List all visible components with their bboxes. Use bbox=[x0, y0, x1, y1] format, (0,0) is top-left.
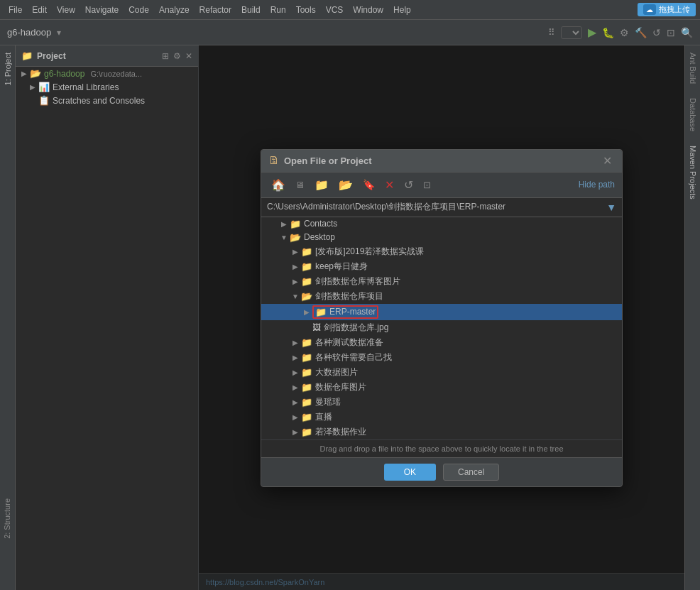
menu-vcs[interactable]: VCS bbox=[322, 4, 348, 16]
software-folder-icon: 📁 bbox=[301, 352, 312, 363]
manyao-arrow: ▶ bbox=[290, 398, 301, 406]
expand-all-button[interactable]: 📂 bbox=[336, 177, 356, 193]
menubar-right: ☁ 拖拽上传 bbox=[638, 3, 696, 16]
path-input[interactable] bbox=[267, 202, 606, 212]
tree-row-contacts[interactable]: ▶ 📁 Contacts bbox=[261, 217, 622, 231]
tree-row-bigdata-images[interactable]: ▶ 📁 大数据图片 bbox=[261, 365, 622, 380]
panel-header-icons: ⊞ ⚙ ✕ bbox=[162, 51, 192, 61]
tree-row-manyao[interactable]: ▶ 📁 曼瑶瑶 bbox=[261, 395, 622, 410]
sync-button[interactable]: ↺ bbox=[652, 27, 661, 38]
cloud-upload-label: 拖拽上传 bbox=[659, 4, 690, 15]
menu-run[interactable]: Run bbox=[266, 4, 290, 16]
tree-row-live[interactable]: ▶ 📁 直播 bbox=[261, 410, 622, 425]
contacts-label: Contacts bbox=[304, 219, 337, 229]
jianzhidw-blog-arrow: ▶ bbox=[290, 278, 301, 285]
manyao-folder-icon: 📁 bbox=[301, 397, 312, 408]
menu-tools[interactable]: Tools bbox=[292, 4, 320, 16]
hide-icon[interactable]: ✕ bbox=[185, 51, 192, 61]
show-hidden-button[interactable]: ⊡ bbox=[420, 178, 434, 192]
run-config-select[interactable] bbox=[561, 26, 582, 39]
ruoze-homework-folder-icon: 📁 bbox=[301, 427, 312, 437]
structure-tab-label[interactable]: 2: Structure bbox=[0, 493, 14, 545]
ruoze-course-label: [发布版]2019若泽数据实战课 bbox=[315, 246, 424, 258]
ruoze-course-folder-icon: 📁 bbox=[301, 246, 312, 257]
project-name: g6-hadoop bbox=[7, 27, 51, 38]
database-tab[interactable]: Database bbox=[689, 98, 697, 131]
library-icon: 📊 bbox=[38, 82, 50, 92]
path-dropdown-button[interactable]: ▼ bbox=[606, 202, 616, 213]
cancel-button[interactable]: Cancel bbox=[443, 464, 499, 481]
scratches-icon: 📋 bbox=[38, 95, 50, 106]
tree-row-ruoze-homework[interactable]: ▶ 📁 若泽数据作业 bbox=[261, 425, 622, 439]
tree-row-jianzhidw-jpg[interactable]: ▶ 🖼 剑指数据仓库.jpg bbox=[261, 320, 622, 335]
tree-row-keep[interactable]: ▶ 📁 keep每日健身 bbox=[261, 259, 622, 274]
dialog-tree: ▶ 📁 Contacts ▼ 📂 Desktop ▶ bbox=[261, 217, 622, 439]
tree-row-erp-master[interactable]: ▶ 📁 ERP-master bbox=[261, 304, 622, 320]
dialog-close-button[interactable]: ✕ bbox=[600, 154, 615, 168]
cloud-upload-button[interactable]: ☁ 拖拽上传 bbox=[638, 3, 696, 16]
live-label: 直播 bbox=[315, 411, 332, 423]
dw-images-label: 数据仓库图片 bbox=[315, 381, 366, 393]
terminal-button[interactable]: ⊡ bbox=[667, 27, 675, 38]
menu-code[interactable]: Code bbox=[124, 4, 153, 16]
tree-item-scratches[interactable]: ▶ 📋 Scratches and Consoles bbox=[16, 94, 198, 107]
run-button[interactable]: ▶ bbox=[588, 26, 596, 39]
menu-navigate[interactable]: Navigate bbox=[81, 4, 123, 16]
debug-button[interactable]: 🐛 bbox=[602, 27, 614, 38]
new-folder-button[interactable]: 📁 bbox=[312, 177, 332, 193]
menu-edit[interactable]: Edit bbox=[28, 4, 51, 16]
coverage-button[interactable]: ⚙ bbox=[620, 27, 629, 38]
ant-build-tab[interactable]: Ant Build bbox=[689, 53, 697, 84]
erp-master-label: ERP-master bbox=[329, 307, 376, 317]
erp-master-arrow: ▶ bbox=[301, 308, 312, 316]
delete-button[interactable]: ✕ bbox=[382, 177, 397, 193]
ruoze-homework-arrow: ▶ bbox=[290, 428, 301, 436]
hide-path-button[interactable]: Hide path bbox=[579, 180, 615, 190]
titlebar: g6-hadoop ▾ ⠿ ▶ 🐛 ⚙ 🔨 ↺ ⊡ 🔍 bbox=[0, 20, 700, 45]
open-file-dialog: 🖺 Open File or Project ✕ 🏠 🖥 📁 📂 🔖 ✕ ↺ ⊡… bbox=[261, 149, 623, 487]
menu-file[interactable]: File bbox=[4, 4, 26, 16]
dialog-title-text: Open File or Project bbox=[284, 155, 594, 166]
live-arrow: ▶ bbox=[290, 413, 301, 421]
search-button[interactable]: 🔍 bbox=[681, 27, 693, 38]
dialog-titlebar: 🖺 Open File or Project ✕ bbox=[261, 150, 622, 173]
menu-view[interactable]: View bbox=[53, 4, 80, 16]
jianzhidw-blog-folder-icon: 📁 bbox=[301, 276, 312, 287]
titlebar-icons: ⠿ ▶ 🐛 ⚙ 🔨 ↺ ⊡ 🔍 bbox=[548, 26, 693, 39]
project-panel: 📁 Project ⊞ ⚙ ✕ ▶ 📂 g6-hadoop G:\ruozeda… bbox=[16, 45, 199, 590]
project-tab-label[interactable]: 1: Project bbox=[4, 53, 12, 85]
tree-row-desktop[interactable]: ▼ 📂 Desktop bbox=[261, 231, 622, 244]
software-arrow: ▶ bbox=[290, 354, 301, 361]
tree-item-external-libs[interactable]: ▶ 📊 External Libraries bbox=[16, 80, 198, 94]
refresh-button[interactable]: ↺ bbox=[401, 177, 416, 193]
tree-row-jianzhidw-blog[interactable]: ▶ 📁 剑指数据仓库博客图片 bbox=[261, 274, 622, 289]
software-label: 各种软件需要自己找 bbox=[315, 351, 392, 364]
ok-button[interactable]: OK bbox=[384, 464, 436, 481]
tree-row-jianzhidw-project[interactable]: ▼ 📂 剑指数据仓库项目 bbox=[261, 289, 622, 304]
dropdown-arrow-icon[interactable]: ▾ bbox=[57, 28, 61, 38]
tree-row-dw-images[interactable]: ▶ 📁 数据仓库图片 bbox=[261, 380, 622, 395]
test-data-label: 各种测试数据准备 bbox=[315, 337, 383, 349]
home-button[interactable]: 🏠 bbox=[268, 177, 288, 193]
menu-analyze[interactable]: Analyze bbox=[155, 4, 194, 16]
menu-build[interactable]: Build bbox=[237, 4, 265, 16]
menu-refactor[interactable]: Refactor bbox=[195, 4, 236, 16]
tree-row-ruoze-course[interactable]: ▶ 📁 [发布版]2019若泽数据实战课 bbox=[261, 244, 622, 259]
menu-window[interactable]: Window bbox=[349, 4, 388, 16]
erp-master-folder-icon: 📁 bbox=[315, 307, 327, 317]
settings-icon[interactable]: ⚙ bbox=[173, 51, 181, 61]
maven-tab[interactable]: Maven Projects bbox=[689, 146, 697, 200]
dialog-toolbar: 🏠 🖥 📁 📂 🔖 ✕ ↺ ⊡ Hide path bbox=[261, 173, 622, 198]
build-button[interactable]: 🔨 bbox=[635, 27, 647, 38]
manyao-label: 曼瑶瑶 bbox=[315, 396, 341, 408]
tree-item-g6hadoop[interactable]: ▶ 📂 g6-hadoop G:\ruozedata... bbox=[16, 67, 198, 80]
bookmark-button[interactable]: 🔖 bbox=[360, 177, 378, 192]
tree-row-software[interactable]: ▶ 📁 各种软件需要自己找 bbox=[261, 350, 622, 365]
tree-row-test-data[interactable]: ▶ 📁 各种测试数据准备 bbox=[261, 335, 622, 350]
collapse-icon[interactable]: ⊞ bbox=[162, 51, 169, 61]
right-sidebar: Ant Build Database Maven Projects bbox=[684, 45, 700, 590]
desktop-arrow: ▼ bbox=[278, 234, 290, 241]
bigdata-images-label: 大数据图片 bbox=[315, 366, 358, 378]
menu-help[interactable]: Help bbox=[389, 4, 415, 16]
desktop-button[interactable]: 🖥 bbox=[292, 178, 307, 192]
